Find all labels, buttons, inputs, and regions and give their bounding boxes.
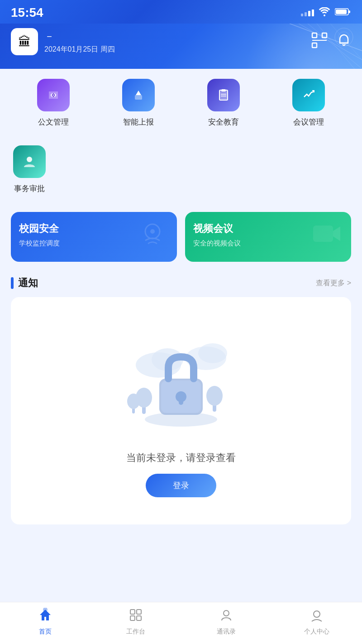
svg-rect-11	[322, 33, 327, 38]
header-info: － 2024年01月25日 周四	[44, 29, 115, 54]
svg-point-30	[198, 343, 227, 363]
svg-line-7	[330, 24, 362, 60]
svg-point-8	[335, 28, 353, 46]
svg-rect-45	[137, 610, 141, 614]
smart-report-icon	[122, 79, 155, 111]
profile-nav-icon	[310, 608, 324, 625]
safe-edu-label: 安全教育	[208, 117, 239, 127]
video-meeting-icon	[309, 216, 345, 257]
svg-point-35	[206, 386, 223, 406]
workbench-nav-icon	[129, 608, 143, 625]
status-time: 15:54	[11, 5, 43, 20]
home-nav-icon	[38, 608, 52, 625]
svg-line-5	[308, 24, 362, 69]
feature-cards: 校园安全 学校监控调度 视频会议 安全的视频会议	[11, 212, 351, 262]
status-icons	[301, 7, 351, 19]
video-meeting-card[interactable]: 视频会议 安全的视频会议	[185, 212, 351, 262]
header: 🏛 － 2024年01月25日 周四	[0, 24, 362, 69]
profile-nav-label: 个人中心	[304, 628, 329, 636]
svg-rect-46	[130, 616, 135, 620]
svg-rect-2	[336, 10, 347, 14]
notice-card: 当前未登录，请登录查看 登录	[11, 297, 351, 524]
smart-report-label: 智能上报	[123, 117, 154, 127]
status-bar: 15:54	[0, 0, 362, 24]
notice-section-bar	[11, 277, 14, 289]
contacts-nav-icon	[219, 608, 233, 625]
quick-access-grid: 公文管理 智能上报 安全教育	[11, 74, 351, 136]
deco-decoration	[262, 24, 362, 69]
quick-item-doc-mgmt[interactable]: 公文管理	[11, 74, 96, 136]
notice-section-title: 通知	[18, 276, 38, 290]
svg-point-49	[314, 611, 320, 617]
svg-rect-41	[179, 397, 183, 405]
campus-safety-card[interactable]: 校园安全 学校监控调度	[11, 212, 177, 262]
quick-item-smart-report[interactable]: 智能上报	[96, 74, 181, 136]
notice-empty-text: 当前未登录，请登录查看	[126, 451, 236, 465]
svg-line-3	[290, 24, 362, 51]
svg-point-37	[127, 394, 140, 409]
header-right	[311, 32, 351, 52]
wifi-icon	[319, 7, 330, 19]
svg-point-22	[27, 157, 32, 162]
nav-item-home[interactable]: 首页	[0, 608, 90, 636]
notification-button[interactable]	[337, 33, 351, 51]
meeting-mgmt-icon	[292, 79, 325, 111]
scan-button[interactable]	[311, 32, 328, 52]
header-dash: －	[44, 29, 115, 43]
header-left: 🏛 － 2024年01月25日 周四	[11, 28, 115, 55]
notice-section-header: 通知 查看更多 >	[11, 276, 351, 290]
header-date: 2024年01月25日 周四	[44, 45, 115, 54]
svg-rect-44	[130, 610, 135, 614]
doc-mgmt-label: 公文管理	[38, 117, 69, 127]
svg-rect-17	[219, 90, 228, 100]
main-content: 公文管理 智能上报 安全教育	[0, 62, 362, 524]
notice-title-wrap: 通知	[11, 276, 38, 290]
svg-marker-26	[333, 226, 340, 241]
workbench-nav-label: 工作台	[126, 628, 145, 636]
nav-item-profile[interactable]: 个人中心	[272, 608, 362, 636]
campus-safety-icon	[134, 216, 171, 257]
lock-illustration	[122, 320, 240, 437]
logo-box[interactable]: 🏛	[11, 28, 38, 55]
quick-item-meeting-mgmt[interactable]: 会议管理	[266, 74, 351, 136]
bottom-nav: 首页 工作台 通讯录 个人中心	[0, 602, 362, 644]
svg-rect-12	[312, 43, 317, 48]
approval-label: 事务审批	[14, 183, 45, 194]
safe-edu-icon	[207, 79, 240, 111]
quick-item-safe-edu[interactable]: 安全教育	[181, 74, 266, 136]
nav-item-contacts[interactable]: 通讯录	[181, 608, 272, 636]
quick-item-approval[interactable]: 事务审批	[11, 141, 48, 203]
meeting-mgmt-label: 会议管理	[293, 117, 324, 127]
svg-point-48	[224, 610, 229, 616]
svg-line-6	[317, 24, 362, 69]
svg-rect-10	[312, 33, 317, 38]
svg-point-9	[338, 32, 349, 43]
doc-mgmt-icon	[37, 79, 70, 111]
svg-rect-19	[221, 89, 226, 91]
approval-icon	[13, 145, 46, 178]
svg-line-4	[299, 24, 362, 60]
login-button[interactable]: 登录	[146, 474, 216, 497]
signal-dots-icon	[301, 10, 314, 16]
nav-item-workbench[interactable]: 工作台	[90, 608, 181, 636]
svg-point-24	[150, 229, 155, 234]
battery-icon	[335, 8, 351, 18]
svg-marker-16	[136, 91, 141, 95]
svg-rect-15	[135, 95, 142, 100]
svg-rect-25	[313, 226, 333, 242]
notice-more-link[interactable]: 查看更多 >	[316, 279, 351, 288]
contacts-nav-label: 通讯录	[217, 628, 236, 636]
quick-row2: 事务审批	[11, 141, 351, 203]
home-nav-label: 首页	[39, 628, 52, 636]
svg-rect-47	[137, 616, 141, 620]
svg-rect-1	[348, 10, 350, 13]
logo-icon: 🏛	[18, 34, 31, 49]
